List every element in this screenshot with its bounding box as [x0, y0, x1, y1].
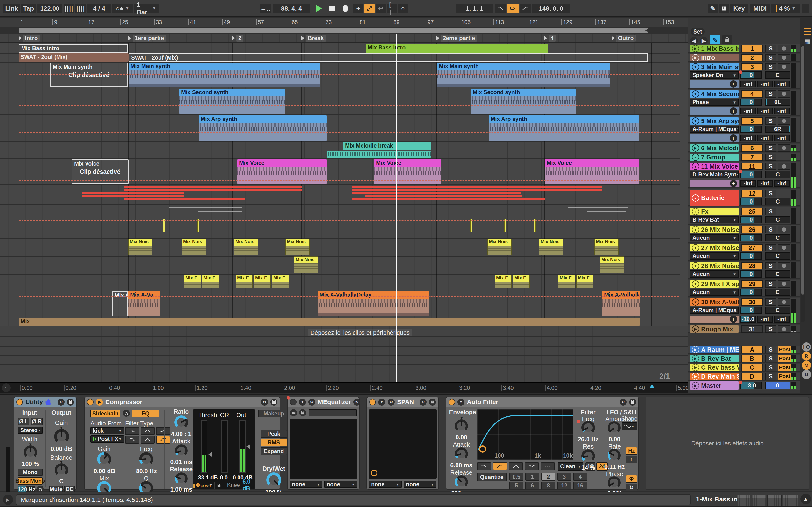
post-button[interactable]: Post: [778, 346, 792, 353]
back-to-arrangement-button[interactable]: ∼: [2, 383, 11, 392]
ruler-bar-label[interactable]: 65: [290, 19, 298, 25]
track-number-chip[interactable]: 28: [741, 262, 763, 270]
solo-button[interactable]: S: [765, 346, 776, 353]
quantize-5[interactable]: 5: [509, 482, 523, 489]
track-header[interactable]: ▼4 Mix Second sy4SPhase▼06L+-inf-inf-inf: [688, 90, 800, 116]
ruler-bar-label[interactable]: 89: [392, 19, 400, 25]
ruler-bar-label[interactable]: 113: [494, 19, 504, 25]
clip[interactable]: Mix F: [254, 275, 271, 288]
track-name-cell[interactable]: ▶D Rev Main Synt: [690, 373, 739, 380]
solo-button[interactable]: S: [765, 90, 776, 98]
device-chain-thumbnail[interactable]: [782, 495, 799, 507]
fx-clip-tick[interactable]: [534, 219, 536, 232]
track-number-chip[interactable]: 31: [741, 326, 763, 333]
param-a-select[interactable]: none▼: [290, 481, 322, 488]
clip[interactable]: Mix Nois: [488, 238, 512, 256]
fold-icon[interactable]: ▼: [692, 90, 699, 98]
makeup-button[interactable]: Makeup: [258, 410, 290, 417]
device-chain-thumbnail[interactable]: [737, 495, 750, 507]
fold-icon[interactable]: ▼: [692, 244, 699, 251]
spin-mode-button[interactable]: ↻: [626, 484, 637, 491]
clip[interactable]: Mix Melodie break: [343, 142, 430, 150]
send-level[interactable]: -inf: [774, 108, 790, 114]
record-arm-button[interactable]: [778, 326, 790, 333]
device-drop-area[interactable]: Déposer ici les effets audio: [646, 397, 809, 490]
phase-right-button[interactable]: Ø R: [31, 418, 43, 425]
ruler-bar-label[interactable]: 1: [18, 19, 23, 25]
hot-swap-button[interactable]: ↻: [419, 399, 426, 406]
bass-mono-button[interactable]: Bass Mono: [18, 477, 43, 485]
track-number-chip[interactable]: 3: [741, 63, 763, 70]
send-level[interactable]: -inf: [757, 135, 773, 142]
track-name-cell[interactable]: ▼27 Mix Noise do: [690, 244, 739, 251]
save-preset-button[interactable]: [629, 399, 636, 406]
track-name-cell[interactable]: ▼11 Mix Voice: [690, 163, 739, 170]
solo-button[interactable]: S: [765, 190, 776, 197]
send-level[interactable]: -19.0: [740, 316, 756, 323]
clip[interactable]: Mix Bass intro: [366, 44, 548, 53]
hot-swap-button[interactable]: ↻: [57, 399, 64, 406]
loop-brace[interactable]: [18, 28, 648, 33]
track-header[interactable]: ▶Rough Mix31S: [688, 325, 800, 333]
playhead[interactable]: [396, 34, 397, 382]
unfold-button[interactable]: ▶: [96, 399, 103, 406]
tap-tempo-button[interactable]: Tap: [21, 4, 36, 13]
lfo-amount-knob[interactable]: [608, 421, 621, 434]
track-header[interactable]: ▼27 Mix Noise do27SAucun▼0C: [688, 243, 800, 261]
loop-button[interactable]: [507, 4, 519, 13]
pan-control[interactable]: C: [765, 234, 790, 241]
drywet-knob[interactable]: [266, 472, 281, 488]
volume-slider[interactable]: 0: [740, 270, 762, 278]
filter-type-bandpass-button[interactable]: [509, 462, 523, 470]
sidechain-listen-button[interactable]: [123, 410, 130, 417]
expand-button[interactable]: Expand: [260, 447, 287, 455]
mixer-sections-menu[interactable]: [804, 28, 811, 35]
next-marker-button[interactable]: ▶: [700, 37, 708, 45]
pan-control[interactable]: C: [765, 306, 790, 314]
peak-button[interactable]: Peak: [260, 430, 287, 438]
clip[interactable]: Mix Nois: [182, 238, 206, 256]
arrangement-marker[interactable]: 1ere partie: [128, 34, 166, 42]
device-activator[interactable]: [449, 399, 455, 405]
solo-button[interactable]: S: [765, 244, 776, 251]
track-header[interactable]: ▼29 Mix FX spee29SAucun▼0C: [688, 280, 800, 297]
add-send-button[interactable]: +: [730, 134, 737, 142]
record-arm-button[interactable]: [778, 145, 790, 152]
track-name-cell[interactable]: ▼26 Mix Noise up: [690, 226, 739, 233]
clip[interactable]: Mix Main synth: [437, 62, 610, 87]
metronome-button[interactable]: ○●▼: [112, 4, 133, 13]
clip[interactable]: Mix A-ValhallaD: [602, 291, 640, 316]
track-name-cell[interactable]: ▶A Raum | MEqua: [690, 346, 739, 353]
add-send-button[interactable]: +: [730, 107, 737, 115]
clip[interactable]: Mix Nois: [595, 238, 619, 256]
transfer-curve-button[interactable]: [205, 482, 215, 489]
drum-clip-strip[interactable]: [124, 186, 302, 188]
track-name-cell[interactable]: ▼30 Mix A-Valhall: [690, 298, 739, 306]
send-level[interactable]: -inf: [757, 108, 773, 114]
record-arm-button[interactable]: [778, 63, 790, 70]
track-header[interactable]: ▼11 Mix Voice11SD-Rev Main Synt▼0C+-inf-…: [688, 162, 800, 188]
cpu-meter[interactable]: 4 %▼: [771, 4, 800, 13]
plugin-panel[interactable]: [369, 409, 437, 479]
overview-grid-icon[interactable]: ▦: [804, 38, 810, 45]
pan-control[interactable]: C: [765, 198, 790, 205]
track-number-chip[interactable]: 1: [741, 45, 763, 52]
send-level[interactable]: -inf: [757, 80, 773, 88]
track-number-chip[interactable]: 27: [741, 244, 763, 251]
fold-icon[interactable]: ▼: [692, 280, 699, 288]
arrangement-marker[interactable]: 2: [232, 34, 243, 42]
record-arm-button[interactable]: [778, 54, 790, 61]
drum-clip-strip[interactable]: [82, 195, 184, 197]
track-number-chip[interactable]: 7: [741, 154, 763, 161]
filter-freq-knob[interactable]: [581, 421, 595, 434]
track-name-cell[interactable]: ▼3 Mix Main synt: [690, 63, 739, 70]
return-chip[interactable]: A: [741, 346, 763, 353]
fx-clip-tick[interactable]: [470, 219, 472, 232]
drum-clip-strip[interactable]: [352, 189, 603, 191]
knee-value[interactable]: 6.0 dB: [242, 478, 255, 492]
rate-hz-button[interactable]: Hz: [626, 447, 637, 455]
track-name-cell[interactable]: ▶1 Mix Bass intro: [690, 45, 739, 52]
pan-control[interactable]: 6R: [765, 125, 790, 133]
track-header[interactable]: ▼26 Mix Noise up26SAucun▼0C: [688, 225, 800, 243]
ruler-bar-label[interactable]: 9: [52, 19, 57, 25]
